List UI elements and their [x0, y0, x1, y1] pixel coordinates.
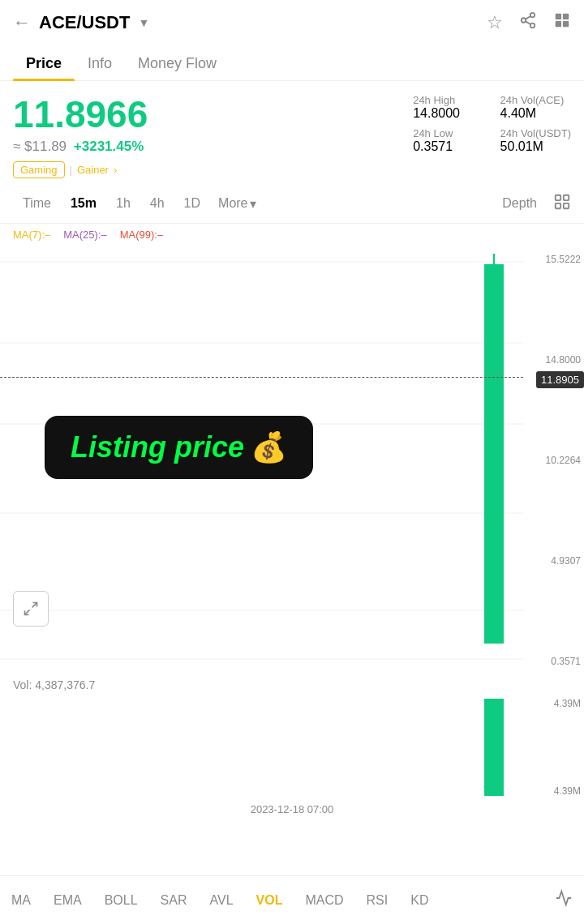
- back-button[interactable]: ←: [13, 12, 31, 33]
- dropdown-icon[interactable]: ▼: [138, 16, 149, 29]
- svg-rect-19: [484, 264, 504, 644]
- ma25-item[interactable]: MA(25):–: [63, 229, 106, 241]
- time-1d[interactable]: 1D: [174, 193, 210, 214]
- price-label-3: 10.2264: [526, 455, 581, 466]
- svg-rect-11: [556, 203, 560, 207]
- price-section: 11.8966 ≈ $11.89 +3231.45% Gaming | Gain…: [0, 81, 584, 185]
- price-label-2: 14.8000: [526, 354, 581, 366]
- time-15m[interactable]: 15m: [61, 193, 106, 214]
- stat-24h-low: 24h Low 0.3571: [413, 127, 483, 154]
- listing-emoji: 💰: [251, 430, 287, 464]
- chart-area: 15.5222 14.8000 10.2264 4.9307 0.3571 11…: [0, 246, 584, 675]
- ind-tab-macd[interactable]: MACD: [294, 888, 354, 913]
- stat-24h-high: 24h High 14.8000: [413, 94, 483, 121]
- time-more[interactable]: More ▾: [210, 193, 264, 215]
- share-button[interactable]: [519, 11, 537, 34]
- svg-rect-5: [556, 14, 561, 19]
- volume-chart-svg[interactable]: [0, 695, 523, 800]
- vol-price-labels: 4.39M 4.39M: [523, 695, 584, 800]
- svg-rect-10: [564, 195, 569, 199]
- svg-line-22: [25, 610, 30, 614]
- listing-text: Listing price: [71, 430, 244, 464]
- price-label-bottom: 0.3571: [526, 656, 581, 667]
- listing-price-badge: Listing price 💰: [45, 416, 313, 479]
- ind-tab-vol[interactable]: VOL: [245, 888, 294, 913]
- price-usd: ≈ $11.89 +3231.45%: [13, 139, 148, 155]
- stat-24h-vol-ace: 24h Vol(ACE) 4.40M: [500, 94, 571, 121]
- expand-button[interactable]: [13, 591, 49, 627]
- current-price-badge: 11.8905: [536, 371, 584, 388]
- tags: Gaming | Gainer ›: [13, 161, 148, 178]
- main-tabs: Price Info Money Flow: [0, 45, 584, 81]
- stat-24h-high-value: 14.8000: [413, 106, 460, 120]
- ind-tab-boll[interactable]: BOLL: [93, 888, 149, 913]
- vol-price-top: 4.39M: [526, 698, 581, 709]
- ma7-item[interactable]: MA(7):–: [13, 229, 50, 241]
- ma-line: MA(7):– MA(25):– MA(99):–: [0, 224, 584, 246]
- price-label-4: 4.9307: [526, 555, 581, 567]
- chart-price-labels: 15.5222 14.8000 10.2264 4.9307 0.3571: [523, 246, 584, 675]
- ind-tab-ema[interactable]: EMA: [42, 888, 93, 913]
- stat-24h-vol-usdt-value: 50.01M: [500, 139, 543, 153]
- current-price-dashed-line: [0, 377, 523, 378]
- ind-tab-ma[interactable]: MA: [0, 888, 42, 913]
- pair-title: ACE/USDT: [39, 12, 130, 33]
- tag-gainer[interactable]: Gainer: [77, 164, 109, 176]
- tag-gaming[interactable]: Gaming: [13, 161, 65, 178]
- time-1h[interactable]: 1h: [106, 193, 140, 214]
- time-4h[interactable]: 4h: [140, 193, 174, 214]
- ind-tab-chart-icon[interactable]: [543, 884, 584, 916]
- volume-label: Vol: 4,387,376.7: [0, 675, 584, 695]
- ma99-item[interactable]: MA(99):–: [120, 229, 163, 241]
- price-stats: 24h High 14.8000 24h Vol(ACE) 4.40M 24h …: [413, 94, 571, 154]
- svg-rect-7: [556, 21, 561, 27]
- grid-button[interactable]: [553, 11, 571, 34]
- header-left: ← ACE/USDT ▼: [13, 12, 149, 33]
- stat-24h-low-label: 24h Low: [413, 127, 483, 139]
- svg-rect-23: [484, 699, 504, 796]
- ind-tab-rsi[interactable]: RSI: [355, 888, 400, 913]
- svg-line-21: [32, 602, 37, 607]
- ind-tab-sar[interactable]: SAR: [149, 888, 199, 913]
- settings-icon[interactable]: [553, 193, 571, 215]
- header-icons: ☆: [487, 11, 571, 34]
- svg-line-3: [526, 21, 530, 24]
- more-dropdown-icon: ▾: [250, 196, 256, 212]
- price-change: +3231.45%: [74, 139, 144, 154]
- time-label: Time: [13, 193, 61, 214]
- more-label: More: [218, 196, 247, 211]
- time-depth[interactable]: Depth: [492, 193, 547, 214]
- main-price: 11.8966: [13, 94, 148, 135]
- svg-rect-9: [556, 195, 560, 199]
- price-label-top: 15.5222: [526, 254, 581, 265]
- stat-24h-high-label: 24h High: [413, 94, 483, 106]
- volume-chart: 4.39M 4.39M: [0, 695, 584, 800]
- tab-money-flow[interactable]: Money Flow: [125, 45, 230, 80]
- price-left: 11.8966 ≈ $11.89 +3231.45% Gaming | Gain…: [13, 94, 148, 178]
- header: ← ACE/USDT ▼ ☆: [0, 0, 584, 45]
- svg-rect-8: [563, 21, 569, 27]
- stat-24h-vol-usdt-label: 24h Vol(USDT): [500, 127, 571, 139]
- vol-price-bottom: 4.39M: [526, 785, 581, 797]
- volume-section: Vol: 4,387,376.7 4.39M 4.39M 2023-12-18 …: [0, 675, 584, 822]
- indicator-tabs: MA EMA BOLL SAR AVL VOL MACD RSI KD: [0, 875, 584, 924]
- stat-24h-vol-ace-value: 4.40M: [500, 106, 536, 120]
- star-button[interactable]: ☆: [487, 12, 503, 33]
- tab-info[interactable]: Info: [75, 45, 125, 80]
- stat-24h-vol-usdt: 24h Vol(USDT) 50.01M: [500, 127, 571, 154]
- usd-approx: ≈ $11.89: [13, 139, 67, 154]
- ind-tab-kd[interactable]: KD: [399, 888, 440, 913]
- stat-24h-vol-ace-label: 24h Vol(ACE): [500, 94, 571, 106]
- tag-separator: |: [70, 164, 72, 176]
- ind-tab-avl[interactable]: AVL: [199, 888, 245, 913]
- svg-rect-12: [564, 203, 569, 207]
- svg-line-4: [526, 16, 530, 19]
- tag-arrow: ›: [114, 164, 117, 176]
- time-bar: Time 15m 1h 4h 1D More ▾ Depth: [0, 185, 584, 224]
- date-label: 2023-12-18 07:00: [0, 800, 584, 822]
- stat-24h-low-value: 0.3571: [413, 139, 453, 153]
- tab-price[interactable]: Price: [13, 45, 75, 80]
- svg-rect-6: [563, 14, 569, 19]
